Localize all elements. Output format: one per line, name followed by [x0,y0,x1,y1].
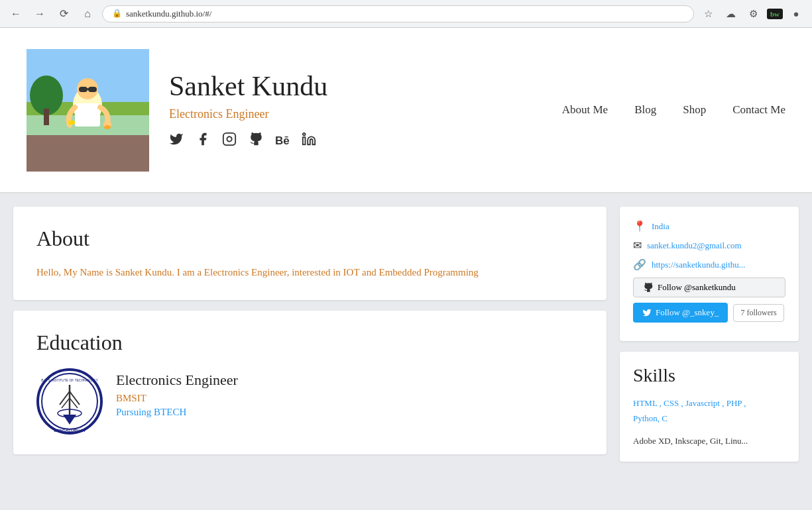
github-social-icon[interactable] [249,132,263,150]
url-text: sanketkundu.github.io/#/ [126,9,211,19]
website-link[interactable]: https://sanketkundu.githu... [652,260,746,270]
site-header: Sanket Kundu Electronics Engineer Bē Abo… [0,28,812,193]
contact-info-card: 📍 India ✉ sanket.kundu2@gmail.com 🔗 http… [620,207,799,341]
browser-chrome: ← → ⟳ ⌂ 🔒 sanketkundu.github.io/#/ ☆ ☁ ⚙… [0,0,812,28]
svg-rect-12 [68,121,75,125]
about-heading: About [36,227,583,251]
right-column: 📍 India ✉ sanket.kundu2@gmail.com 🔗 http… [620,207,799,497]
nav-blog[interactable]: Blog [634,103,656,117]
svg-text:B M S INSTITUTE OF TECHNOLOGY: B M S INSTITUTE OF TECHNOLOGY [41,378,98,382]
education-details: Electronics Engineer BMSIT Pursuing BTEC… [116,368,238,418]
forward-button[interactable]: → [30,5,49,23]
edu-status: Pursuing BTECH [116,407,238,418]
edu-school: BMSIT [116,393,238,404]
svg-rect-9 [88,87,97,92]
address-bar[interactable]: 🔒 sanketkundu.github.io/#/ [102,5,694,23]
github-follow-label: Follow @sanketkundu [658,282,736,293]
social-icons: Bē [169,132,562,150]
profile-button[interactable]: ● [787,5,805,23]
twitter-follow-label: Follow @_snkey_ [656,307,719,318]
bw-badge: bw [767,9,783,19]
svg-rect-15 [223,133,235,145]
website-item: 🔗 https://sanketkundu.githu... [633,258,785,271]
skills-line-1: HTML , CSS , Javascript , PHP , [633,398,746,408]
edu-degree: Electronics Engineer [116,372,238,389]
skills-heading: Skills [633,365,785,386]
email-icon: ✉ [633,239,642,252]
cloud-extension-button[interactable]: ☁ [722,5,740,23]
refresh-button[interactable]: ⟳ [54,5,73,23]
location-link[interactable]: India [652,221,669,232]
location-item: 📍 India [633,220,785,232]
profile-name: Sanket Kundu [169,70,562,102]
skills-group-2: Adobe XD, Inkscape, Git, Linu... [633,433,785,448]
link-icon: 🔗 [633,258,646,271]
main-nav: About Me Blog Shop Contact Me [562,103,785,117]
nav-shop[interactable]: Shop [683,103,706,117]
about-card: About Hello, My Name is Sanket Kundu. I … [13,207,607,300]
education-item: BENGALURU-64 B M S INSTITUTE OF TECHNOLO… [36,368,583,434]
profile-photo-svg [27,49,149,172]
twitter-social-icon[interactable] [169,132,184,150]
svg-point-14 [104,125,111,129]
profile-info: Sanket Kundu Electronics Engineer Bē [169,70,562,150]
github-follow-button[interactable]: Follow @sanketkundu [633,278,785,297]
profile-photo [27,49,149,172]
skills-card: Skills HTML , CSS , Javascript , PHP , P… [620,352,799,462]
linkedin-social-icon[interactable] [302,132,316,150]
svg-text:BENGALURU-64: BENGALURU-64 [54,429,86,433]
email-link[interactable]: sanket.kundu2@gmail.com [647,240,742,251]
home-button[interactable]: ⌂ [78,5,97,23]
twitter-follow-row: Follow @_snkey_ 7 followers [633,303,785,323]
main-content: About Hello, My Name is Sanket Kundu. I … [0,193,812,510]
star-button[interactable]: ☆ [699,5,718,23]
about-text: Hello, My Name is Sanket Kundu. I am a E… [36,264,583,280]
browser-actions: ☆ ☁ ⚙ bw ● [699,5,805,23]
behance-social-icon[interactable]: Bē [275,134,290,148]
education-heading: Education [36,331,583,355]
lock-icon: 🔒 [112,9,122,19]
school-logo: BENGALURU-64 B M S INSTITUTE OF TECHNOLO… [36,368,103,434]
instagram-social-icon[interactable] [222,132,237,150]
svg-rect-10 [87,88,89,90]
svg-rect-5 [44,109,49,125]
follower-count: 7 followers [733,304,783,322]
back-button[interactable]: ← [7,5,25,23]
skills-group-1: HTML , CSS , Javascript , PHP , Python, … [633,395,785,427]
skills-line-2: Python, C [633,413,667,423]
github-btn-icon [643,282,654,293]
email-item: ✉ sanket.kundu2@gmail.com [633,239,785,252]
svg-point-18 [303,133,306,136]
nav-contact[interactable]: Contact Me [732,103,785,117]
twitter-btn-icon [642,308,652,317]
svg-rect-17 [303,137,306,144]
left-column: About Hello, My Name is Sanket Kundu. I … [13,207,607,497]
settings-button[interactable]: ⚙ [744,5,763,23]
svg-rect-8 [79,87,87,92]
bmsit-logo-svg: BENGALURU-64 B M S INSTITUTE OF TECHNOLO… [36,368,103,434]
location-icon: 📍 [633,220,646,232]
nav-about[interactable]: About Me [562,103,608,117]
skills-line-3: Adobe XD, Inkscape, Git, Linu... [633,436,748,446]
svg-rect-11 [75,103,100,127]
profile-title: Electronics Engineer [169,107,562,121]
facebook-social-icon[interactable] [196,132,210,150]
twitter-follow-button[interactable]: Follow @_snkey_ [633,303,728,323]
education-card: Education [13,311,607,454]
